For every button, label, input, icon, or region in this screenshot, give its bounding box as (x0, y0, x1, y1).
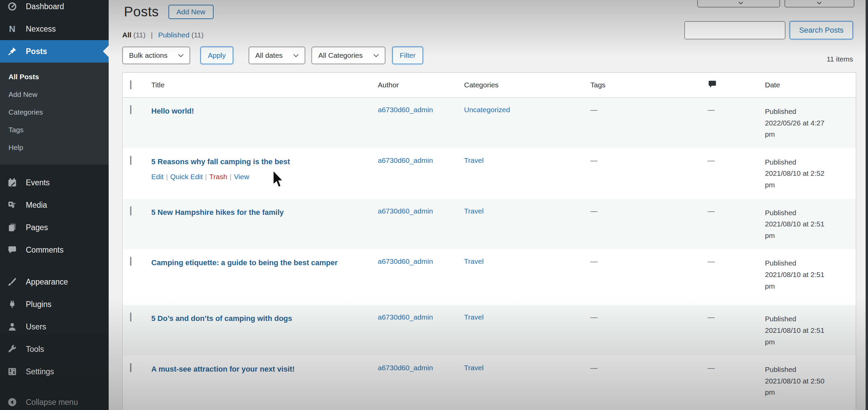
row-checkbox[interactable] (130, 312, 131, 322)
sidebar-item-all-posts[interactable]: All Posts (0, 68, 109, 86)
edit-action-link[interactable]: Edit (151, 173, 164, 181)
sidebar-item-nexcess[interactable]: N Nexcess (0, 18, 109, 40)
filter-button[interactable]: Filter (392, 47, 423, 64)
add-new-button[interactable]: Add New (168, 5, 214, 19)
view-all-link[interactable]: All (122, 31, 131, 39)
comments-value: — (708, 156, 715, 164)
sidebar-item-pages[interactable]: Pages (0, 216, 109, 239)
column-header-date[interactable]: Date (760, 73, 856, 98)
sidebar-item-events[interactable]: Events (0, 171, 109, 194)
author-link[interactable]: a6730d60_admin (378, 106, 433, 114)
paintbrush-icon (7, 277, 18, 287)
post-title-link[interactable]: 5 Do’s and don’ts of camping with dogs (151, 314, 292, 323)
comments-value: — (708, 207, 715, 215)
post-date: 2021/08/10 at 2:51 pm (765, 271, 825, 290)
search-input[interactable] (684, 21, 785, 39)
sidebar-item-appearance[interactable]: Appearance (0, 271, 109, 293)
post-status: Published (765, 107, 796, 115)
post-date: 2021/08/10 at 2:52 pm (765, 169, 825, 189)
trash-action-link[interactable]: Trash (209, 173, 227, 181)
sidebar-item-tags[interactable]: Tags (0, 121, 109, 139)
chevron-down-icon (178, 52, 184, 57)
category-link[interactable]: Uncategorized (464, 106, 510, 114)
all-categories-select[interactable]: All Categories (311, 47, 385, 64)
category-link[interactable]: Travel (464, 156, 484, 164)
search-posts-button[interactable]: Search Posts (790, 21, 853, 39)
sidebar-item-settings[interactable]: Settings (0, 360, 109, 383)
category-link[interactable]: Travel (464, 257, 484, 265)
post-status: Published (765, 365, 796, 373)
row-checkbox[interactable] (130, 257, 131, 266)
collapse-menu-button[interactable]: Collapse menu (0, 391, 109, 410)
wrench-icon (7, 344, 18, 354)
comments-column-icon (708, 80, 717, 90)
sidebar-item-categories[interactable]: Categories (0, 103, 109, 121)
table-header-row: Title Author Categories Tags Date (123, 73, 856, 98)
tags-value: — (591, 106, 598, 114)
comments-value: — (708, 313, 715, 321)
sidebar-item-label: Pages (26, 223, 48, 232)
help-button-partial[interactable] (784, 0, 854, 7)
post-title-link[interactable]: Camping etiquette: a guide to being the … (151, 258, 338, 267)
bulk-actions-select[interactable]: Bulk actions (122, 47, 190, 64)
tags-value: — (591, 257, 598, 265)
post-status: Published (765, 315, 796, 323)
all-dates-select[interactable]: All dates (249, 47, 306, 64)
active-menu-arrow (103, 46, 109, 57)
post-date: 2021/08/10 at 2:51 pm (765, 326, 825, 346)
post-title-link[interactable]: Hello world! (151, 107, 194, 115)
select-all-checkbox[interactable] (130, 80, 131, 89)
sidebar-item-plugins[interactable]: Plugins (0, 293, 109, 315)
sidebar-item-comments[interactable]: Comments (0, 239, 109, 261)
sidebar-item-posts[interactable]: Posts (0, 40, 109, 63)
settings-sliders-icon (7, 366, 18, 377)
screen-options-button-partial[interactable] (697, 0, 780, 7)
column-header-title[interactable]: Title (146, 73, 373, 98)
tags-value: — (591, 207, 598, 215)
author-link[interactable]: a6730d60_admin (378, 257, 433, 265)
view-published-link[interactable]: Published (158, 31, 189, 39)
sidebar-item-add-new[interactable]: Add New (0, 86, 109, 103)
sidebar-item-tools[interactable]: Tools (0, 338, 109, 360)
calendar-icon (7, 177, 18, 188)
chevron-down-icon (739, 0, 743, 4)
post-date: 2021/08/10 at 2:50 pm (765, 377, 825, 396)
sidebar-item-dashboard[interactable]: Dashboard (0, 0, 109, 18)
views-separator: | (151, 31, 152, 39)
post-date: 2022/05/26 at 4:27 pm (765, 119, 825, 138)
sidebar-item-label: Posts (26, 47, 47, 56)
author-link[interactable]: a6730d60_admin (378, 207, 433, 215)
sidebar-item-users[interactable]: Users (0, 315, 109, 338)
post-title-link[interactable]: 5 Reasons why fall camping is the best (151, 157, 290, 166)
category-link[interactable]: Travel (464, 364, 484, 372)
row-checkbox[interactable] (130, 206, 131, 216)
sidebar-item-label: Tools (26, 345, 44, 354)
pushpin-icon (7, 46, 18, 56)
category-link[interactable]: Travel (464, 313, 484, 321)
sidebar-item-media[interactable]: Media (0, 194, 109, 216)
post-title-link[interactable]: 5 New Hampshire hikes for the family (151, 208, 284, 217)
post-title-link[interactable]: A must-see attraction for your next visi… (151, 365, 295, 373)
author-link[interactable]: a6730d60_admin (378, 313, 433, 321)
page-title: Posts (124, 4, 159, 19)
category-link[interactable]: Travel (464, 207, 484, 215)
table-row: 5 New Hampshire hikes for the family a67… (123, 199, 856, 250)
posts-list-table: Title Author Categories Tags Date Hello … (122, 72, 856, 410)
nexcess-icon: N (7, 24, 18, 34)
row-checkbox[interactable] (130, 156, 131, 165)
collapse-menu-label: Collapse menu (26, 398, 78, 407)
row-checkbox[interactable] (130, 105, 131, 114)
quick-edit-action-link[interactable]: Quick Edit (170, 173, 203, 181)
row-checkbox[interactable] (130, 363, 131, 372)
sidebar-item-help[interactable]: Help (0, 139, 109, 156)
comments-value: — (708, 257, 715, 265)
bulk-actions-label: Bulk actions (129, 51, 167, 59)
author-link[interactable]: a6730d60_admin (378, 156, 433, 164)
column-header-tags: Tags (585, 73, 703, 98)
column-header-categories: Categories (459, 73, 585, 98)
author-link[interactable]: a6730d60_admin (378, 364, 433, 372)
view-action-link[interactable]: View (234, 173, 249, 181)
pages-icon (7, 222, 18, 233)
apply-button[interactable]: Apply (200, 47, 233, 64)
table-row: 5 Do’s and don’ts of camping with dogs a… (123, 305, 856, 356)
